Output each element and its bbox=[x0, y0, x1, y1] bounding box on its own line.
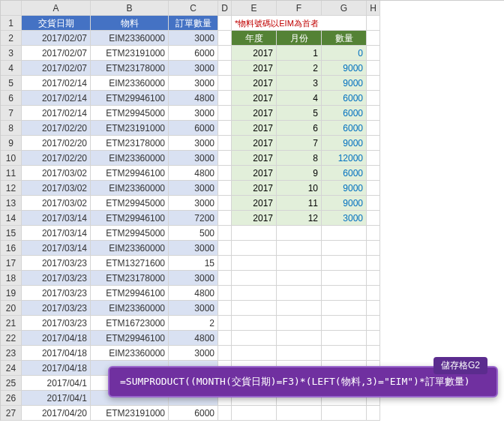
cell[interactable]: EIM23360000 bbox=[91, 31, 169, 46]
row-header[interactable]: 22 bbox=[1, 331, 22, 346]
cell[interactable]: 9000 bbox=[322, 136, 367, 151]
cell[interactable]: ETM29946100 bbox=[91, 166, 169, 181]
cell[interactable] bbox=[277, 241, 322, 256]
cell[interactable]: 2017 bbox=[232, 46, 277, 61]
cell[interactable]: ETM29945000 bbox=[91, 196, 169, 211]
row-header[interactable]: 20 bbox=[1, 301, 22, 316]
cell[interactable]: 4800 bbox=[169, 91, 218, 106]
cell[interactable] bbox=[367, 46, 380, 61]
cell[interactable]: 2017/02/20 bbox=[22, 136, 91, 151]
cell[interactable] bbox=[232, 331, 277, 346]
cell[interactable]: 2017 bbox=[232, 196, 277, 211]
cell[interactable]: 2017/03/14 bbox=[22, 211, 91, 226]
cell[interactable]: 2017/02/07 bbox=[22, 46, 91, 61]
cell[interactable]: 6000 bbox=[322, 106, 367, 121]
cell[interactable]: 6 bbox=[277, 121, 322, 136]
cell[interactable] bbox=[367, 151, 380, 166]
cell[interactable]: 9 bbox=[277, 166, 322, 181]
row-header[interactable]: 17 bbox=[1, 256, 22, 271]
cell[interactable]: 2017/03/23 bbox=[22, 271, 91, 286]
cell[interactable] bbox=[367, 226, 380, 241]
cell[interactable]: 3000 bbox=[322, 211, 367, 226]
cell[interactable]: EIM23360000 bbox=[91, 151, 169, 166]
column-header[interactable]: A bbox=[22, 1, 91, 16]
cell[interactable]: 3000 bbox=[169, 106, 218, 121]
cell[interactable]: 3000 bbox=[169, 271, 218, 286]
cell[interactable]: 2017 bbox=[232, 151, 277, 166]
cell[interactable]: 1 bbox=[277, 46, 322, 61]
cell[interactable]: 6000 bbox=[169, 46, 218, 61]
cell[interactable]: ETM23191000 bbox=[91, 121, 169, 136]
row-header[interactable]: 12 bbox=[1, 181, 22, 196]
cell[interactable] bbox=[218, 301, 232, 316]
cell[interactable]: 2017/04/20 bbox=[22, 406, 91, 421]
cell[interactable]: 6000 bbox=[169, 121, 218, 136]
cell[interactable]: 3000 bbox=[169, 61, 218, 76]
cell[interactable]: EIM23360000 bbox=[91, 241, 169, 256]
cell[interactable] bbox=[232, 316, 277, 331]
cell[interactable]: EIM23360000 bbox=[91, 181, 169, 196]
row-header[interactable]: 8 bbox=[1, 121, 22, 136]
cell[interactable]: 2017/03/23 bbox=[22, 301, 91, 316]
row-header[interactable]: 24 bbox=[1, 361, 22, 376]
cell[interactable] bbox=[367, 196, 380, 211]
cell[interactable] bbox=[367, 301, 380, 316]
row-header[interactable]: 7 bbox=[1, 106, 22, 121]
cell[interactable] bbox=[218, 166, 232, 181]
cell[interactable]: 2017 bbox=[232, 61, 277, 76]
cell[interactable]: 15 bbox=[169, 256, 218, 271]
cell[interactable]: 2017 bbox=[232, 136, 277, 151]
cell[interactable]: 2017/04/18 bbox=[22, 361, 91, 376]
cell[interactable] bbox=[322, 316, 367, 331]
cell[interactable]: 3000 bbox=[169, 241, 218, 256]
cell[interactable]: 0 bbox=[322, 46, 367, 61]
row-header[interactable]: 3 bbox=[1, 46, 22, 61]
cell[interactable]: 6000 bbox=[322, 91, 367, 106]
cell[interactable] bbox=[277, 271, 322, 286]
cell[interactable] bbox=[277, 346, 322, 361]
cell[interactable] bbox=[218, 181, 232, 196]
row-header[interactable]: 10 bbox=[1, 151, 22, 166]
cell[interactable] bbox=[322, 331, 367, 346]
cell[interactable]: ETM23191000 bbox=[91, 46, 169, 61]
cell[interactable] bbox=[367, 286, 380, 301]
cell[interactable] bbox=[277, 256, 322, 271]
cell[interactable]: ETM29945000 bbox=[91, 226, 169, 241]
cell[interactable] bbox=[322, 241, 367, 256]
row-header[interactable]: 19 bbox=[1, 286, 22, 301]
cell[interactable] bbox=[232, 241, 277, 256]
cell[interactable] bbox=[367, 406, 380, 421]
cell[interactable]: 7 bbox=[277, 136, 322, 151]
cell[interactable] bbox=[218, 211, 232, 226]
cell[interactable]: 3000 bbox=[169, 31, 218, 46]
cell[interactable]: 2017 bbox=[232, 106, 277, 121]
cell[interactable] bbox=[218, 196, 232, 211]
cell[interactable]: 3000 bbox=[169, 181, 218, 196]
cell[interactable]: 3000 bbox=[169, 196, 218, 211]
cell[interactable]: EIM23360000 bbox=[91, 346, 169, 361]
row-header[interactable]: 1 bbox=[1, 16, 22, 31]
cell[interactable]: 2017/03/23 bbox=[22, 256, 91, 271]
cell[interactable] bbox=[218, 406, 232, 421]
cell[interactable]: 4800 bbox=[169, 331, 218, 346]
cell[interactable]: 2017 bbox=[232, 181, 277, 196]
cell[interactable] bbox=[367, 316, 380, 331]
cell[interactable] bbox=[232, 286, 277, 301]
cell[interactable] bbox=[322, 346, 367, 361]
cell[interactable]: 4800 bbox=[169, 286, 218, 301]
cell[interactable] bbox=[277, 331, 322, 346]
cell[interactable]: 2017 bbox=[232, 76, 277, 91]
row-header[interactable]: 21 bbox=[1, 316, 22, 331]
cell[interactable] bbox=[277, 406, 322, 421]
cell[interactable]: 3 bbox=[277, 76, 322, 91]
column-header[interactable]: F bbox=[277, 1, 322, 16]
cell[interactable]: EIM23360000 bbox=[91, 301, 169, 316]
cell[interactable] bbox=[367, 91, 380, 106]
cell[interactable] bbox=[277, 226, 322, 241]
cell[interactable]: 2017 bbox=[232, 121, 277, 136]
cell[interactable]: 9000 bbox=[322, 181, 367, 196]
row-header[interactable]: 26 bbox=[1, 391, 22, 406]
cell[interactable]: 5 bbox=[277, 106, 322, 121]
cell[interactable]: 3000 bbox=[169, 151, 218, 166]
row-header[interactable]: 5 bbox=[1, 76, 22, 91]
